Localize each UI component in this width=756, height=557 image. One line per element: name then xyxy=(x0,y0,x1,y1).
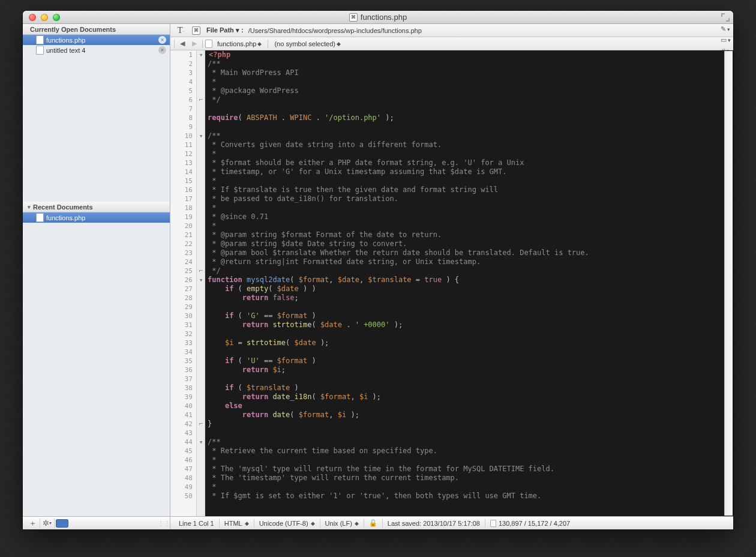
file-path[interactable]: /Users/Shared/htdocs/wordpress/wp-includ… xyxy=(248,27,422,34)
code-line[interactable]: $i = strtotime( $date ); xyxy=(208,339,733,348)
sidebar-resize-grip[interactable]: ⋮⋮⋮ xyxy=(158,520,167,526)
document-name: functions.php xyxy=(46,214,85,221)
code-line[interactable]: * @param bool $translate Whether the ret… xyxy=(208,248,733,257)
code-line[interactable] xyxy=(208,375,733,384)
code-line[interactable] xyxy=(208,348,733,357)
code-line[interactable]: if ( 'G' == $format ) xyxy=(208,312,733,321)
code-line[interactable] xyxy=(208,303,733,312)
code-line[interactable]: if ( $translate ) xyxy=(208,384,733,393)
fold-gutter[interactable]: ▾⌐▾⌐▾⌐▾ xyxy=(197,50,205,516)
code-line[interactable]: return date_i18n( $format, $i ); xyxy=(208,393,733,402)
editor-scrollbar[interactable] xyxy=(724,51,733,516)
code-line[interactable]: * be passed to date_i18n() for translati… xyxy=(208,194,733,203)
code-line[interactable]: else xyxy=(208,402,733,411)
fold-toggle-icon[interactable]: ▾ xyxy=(197,275,205,285)
code-line[interactable]: return date( $format, $i ); xyxy=(208,411,733,420)
file-selector[interactable]: functions.php ◆ xyxy=(215,40,264,47)
code-line[interactable]: return false; xyxy=(208,294,733,303)
status-bar: Line 1 Col 1 HTML◆ Unicode (UTF-8)◆ Unix… xyxy=(170,516,733,529)
code-line[interactable]: } xyxy=(208,420,733,429)
encoding-selector[interactable]: Unicode (UTF-8)◆ xyxy=(254,520,320,527)
code-line[interactable]: require( ABSPATH . WPINC . '/option.php'… xyxy=(208,113,733,122)
clipboard-tool-icon[interactable]: ▭▾ xyxy=(720,35,731,46)
code-line[interactable]: /** xyxy=(208,59,733,68)
document-stats[interactable]: 130,897 / 15,172 / 4,207 xyxy=(485,520,575,527)
pencil-tool-icon[interactable]: ✎▾ xyxy=(720,24,731,35)
code-line[interactable]: * @param string $date Date string to con… xyxy=(208,239,733,248)
code-line[interactable]: * @package WordPress xyxy=(208,86,733,95)
fold-toggle-icon[interactable]: ⌐ xyxy=(197,420,205,429)
code-line[interactable]: * xyxy=(208,221,733,230)
fold-toggle-icon[interactable]: ⌐ xyxy=(197,266,205,275)
minimize-window-button[interactable] xyxy=(41,14,48,21)
code-line[interactable]: * xyxy=(208,483,733,492)
code-line[interactable]: * xyxy=(208,176,733,185)
file-icon xyxy=(205,40,212,48)
text-tool-icon[interactable]: T. xyxy=(175,26,186,35)
code-line[interactable] xyxy=(208,122,733,131)
code-line[interactable]: function mysql2date( $format, $date, $tr… xyxy=(208,275,733,285)
nav-forward-button[interactable]: ▶ xyxy=(189,38,200,49)
cursor-position[interactable]: Line 1 Col 1 xyxy=(174,520,219,527)
zoom-window-button[interactable] xyxy=(53,14,60,21)
sidebar-toolbar: ＋ ✲▾ ⋮⋮⋮ xyxy=(23,516,170,529)
file-info-icon[interactable] xyxy=(191,26,202,35)
language-selector[interactable]: HTML◆ xyxy=(220,520,254,527)
code-line[interactable]: * The 'timestamp' type will return the c… xyxy=(208,474,733,483)
code-line[interactable] xyxy=(208,429,733,438)
code-line[interactable]: * The 'mysql' type will return the time … xyxy=(208,465,733,474)
code-line[interactable]: * If $gmt is set to either '1' or 'true'… xyxy=(208,492,733,501)
code-line[interactable]: <?php xyxy=(208,50,733,59)
code-line[interactable]: if ( empty( $date ) ) xyxy=(208,285,733,294)
sidebar-mode-button[interactable] xyxy=(54,518,68,529)
code-line[interactable]: * xyxy=(208,77,733,86)
code-line[interactable]: * $format should be either a PHP date fo… xyxy=(208,158,733,167)
recent-document-item[interactable]: functions.php xyxy=(23,212,170,223)
fullscreen-icon[interactable] xyxy=(721,13,730,22)
code-line[interactable]: if ( 'U' == $format ) xyxy=(208,357,733,366)
recent-docs-header[interactable]: ▾ Recent Documents xyxy=(23,202,170,212)
code-editor[interactable]: 1234567891011121314151617181920212223242… xyxy=(170,50,733,516)
code-line[interactable]: return $i; xyxy=(208,366,733,375)
code-line[interactable]: * Converts given date string into a diff… xyxy=(208,140,733,149)
code-line[interactable]: * Retrieve the current time based on spe… xyxy=(208,447,733,456)
nav-back-button[interactable]: ◀ xyxy=(177,38,188,49)
code-line[interactable]: /** xyxy=(208,131,733,140)
symbol-selector[interactable]: (no symbol selected) ◆ xyxy=(272,40,343,47)
code-area[interactable]: <?php/** * Main WordPress API * * @packa… xyxy=(205,50,733,516)
disclosure-triangle-icon: ▾ xyxy=(28,204,31,210)
code-line[interactable]: * xyxy=(208,149,733,158)
sidebar-settings-button[interactable]: ✲▾ xyxy=(40,518,54,529)
line-number-gutter[interactable]: 1234567891011121314151617181920212223242… xyxy=(170,50,197,516)
open-docs-header[interactable]: Currently Open Documents xyxy=(23,24,170,35)
code-line[interactable]: */ xyxy=(208,95,733,104)
code-line[interactable]: * xyxy=(208,203,733,212)
open-docs-list: functions.php×untitled text 4× xyxy=(23,35,170,55)
fold-toggle-icon[interactable]: ▾ xyxy=(197,438,205,447)
close-window-button[interactable] xyxy=(29,14,36,21)
fold-toggle-icon[interactable]: ▾ xyxy=(197,50,205,59)
add-document-button[interactable]: ＋ xyxy=(25,518,40,529)
code-line[interactable]: /** xyxy=(208,438,733,447)
lineending-selector[interactable]: Unix (LF)◆ xyxy=(320,520,364,527)
code-line[interactable]: * If $translate is true then the given d… xyxy=(208,185,733,194)
titlebar[interactable]: functions.php xyxy=(23,11,733,24)
code-line[interactable]: */ xyxy=(208,266,733,275)
code-line[interactable]: * @param string $format Format of the da… xyxy=(208,230,733,239)
open-document-item[interactable]: untitled text 4× xyxy=(23,45,170,55)
fold-toggle-icon[interactable]: ▾ xyxy=(197,131,205,140)
code-line[interactable]: * xyxy=(208,456,733,465)
code-line[interactable]: * @since 0.71 xyxy=(208,212,733,221)
open-document-item[interactable]: functions.php× xyxy=(23,35,170,45)
code-line[interactable]: * @return string|int Formatted date stri… xyxy=(208,257,733,266)
code-line[interactable]: return strtotime( $date . ' +0000' ); xyxy=(208,321,733,330)
code-line[interactable]: * timestamp, or 'G' for a Unix timestamp… xyxy=(208,167,733,176)
code-line[interactable]: * Main WordPress API xyxy=(208,68,733,77)
close-document-icon[interactable]: × xyxy=(158,36,166,44)
fold-toggle-icon[interactable]: ⌐ xyxy=(197,95,205,104)
close-document-icon[interactable]: × xyxy=(158,46,166,54)
code-line[interactable] xyxy=(208,330,733,339)
lock-icon[interactable]: 🔓 xyxy=(364,519,382,527)
code-line[interactable] xyxy=(208,104,733,113)
php-file-icon xyxy=(349,13,358,22)
